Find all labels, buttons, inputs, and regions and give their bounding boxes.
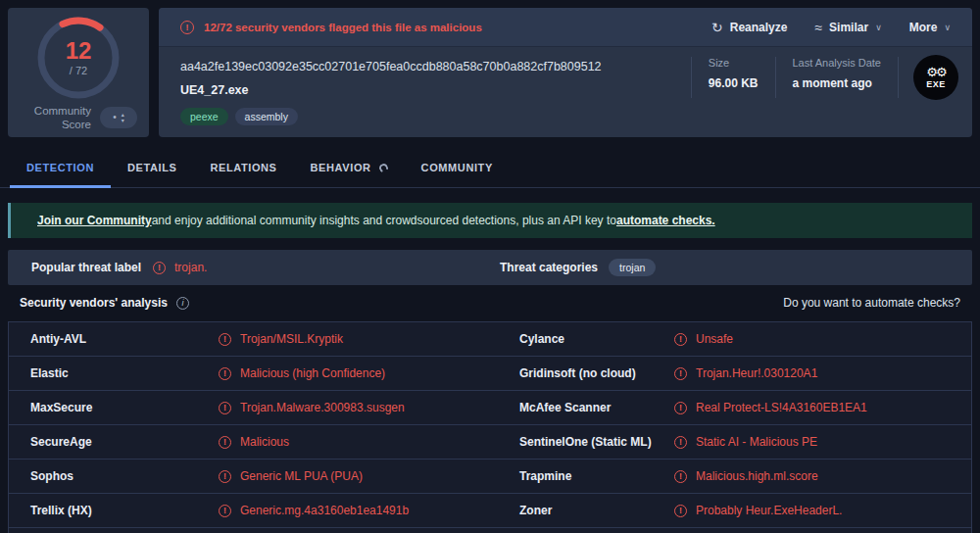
vote-down-icon[interactable]: ▾ [122,118,124,123]
more-button[interactable]: More ∨ [909,21,951,34]
analysis-header: Security vendors' analysis i Do you want… [8,296,972,310]
community-score-card: 12 / 72 Community Score • ▴▾ [8,8,149,137]
detection-result: ! Malicious.high.ml.score [674,469,818,483]
threat-label-value[interactable]: trojan. [174,261,207,274]
automate-checks-link[interactable]: automate checks. [616,214,715,227]
tab-bar: DETECTIONDETAILSRELATIONSBEHAVIORCOMMUNI… [0,150,980,188]
file-header-card: ! 12/72 security vendors flagged this fi… [159,8,972,137]
last-analysis-label: Last Analysis Date [793,57,882,69]
table-row: Elastic ! Malicious (high Confidence) Gr… [9,357,971,391]
alert-icon: ! [180,21,194,34]
similar-label: Similar [829,21,868,34]
tab-details[interactable]: DETAILS [111,150,193,188]
vendor-name: Trellix (HX) [30,504,219,517]
detection-result: ! Unsafe [674,332,733,346]
file-tag-peexe[interactable]: peexe [180,108,228,125]
chevron-down-icon: ∨ [944,23,951,32]
score-total: / 72 [70,65,87,76]
category-pill-trojan[interactable]: trojan [609,259,656,276]
alert-icon: ! [219,470,231,483]
vendor-name: Cylance [519,332,674,346]
vendor-name: MaxSecure [30,401,219,414]
detection-result: ! Trojan.Malware.300983.susgen [219,401,405,414]
loading-spinner-icon [377,162,389,173]
malicious-alert-banner: ! 12/72 security vendors flagged this fi… [159,8,972,47]
info-icon[interactable]: i [176,297,189,310]
similar-icon: ≈ [814,20,822,35]
vote-widget[interactable]: • ▴▾ [100,107,137,128]
detection-result: ! Generic.mg.4a3160eb1ea1491b [219,504,409,517]
table-row: Trellix (HX) ! Generic.mg.4a3160eb1ea149… [9,494,971,528]
popular-threat-label-title: Popular threat label [31,261,141,274]
table-row: Sophos ! Generic ML PUA (PUA) Trapmine !… [9,460,971,494]
tab-detection[interactable]: DETECTION [10,150,111,188]
size-block: Size 96.00 KB [692,55,775,90]
vendor-name: SentinelOne (Static ML) [519,435,674,449]
size-value: 96.00 KB [709,76,759,90]
reanalyze-button[interactable]: ↻ Reanalyze [711,20,787,35]
detection-result: ! Malicious (high Confidence) [219,366,385,380]
vendors-table: Antiy-AVL ! Trojan/MSIL.Kryptik Cylance … [8,321,972,533]
alert-icon: ! [674,402,687,414]
vote-dot-icon: • [113,113,117,122]
vendor-name: Elastic [30,366,219,380]
alert-icon: ! [219,436,231,449]
gear-icon: ⚙⚙ [926,66,945,78]
detection-result: ! Static AI - Malicious PE [674,435,817,449]
detection-result: ! Trojan.Heur!.030120A1 [674,366,817,380]
alert-icon: ! [674,436,687,449]
similar-button[interactable]: ≈ Similar ∨ [814,20,881,35]
automate-checks-question-link[interactable]: Do you want to automate checks? [783,296,960,310]
chevron-down-icon: ∨ [875,23,882,32]
threat-label-card: Popular threat label ! trojan. Threat ca… [8,250,972,285]
tab-label: DETECTION [26,162,94,173]
table-row: MaxSecure ! Trojan.Malware.300983.susgen… [9,391,971,425]
threat-categories: trojan [609,259,656,276]
detection-result: ! Generic ML PUA (PUA) [219,469,363,483]
vendor-name: McAfee Scanner [519,401,674,414]
tab-label: COMMUNITY [421,162,493,173]
alert-icon: ! [219,367,231,380]
size-label: Size [709,57,759,69]
alert-icon: ! [219,402,231,414]
threat-categories-title: Threat categories [500,261,598,274]
last-analysis-value: a moment ago [793,76,882,90]
community-banner: Join our Community and enjoy additional … [8,203,972,238]
vote-arrows-icon[interactable]: ▴▾ [122,112,124,123]
analysis-title: Security vendors' analysis [20,296,168,310]
join-community-link[interactable]: Join our Community [37,214,152,227]
last-analysis-block: Last Analysis Date a moment ago [776,55,899,90]
alert-message: 12/72 security vendors flagged this file… [204,22,482,33]
alert-icon: ! [674,505,687,517]
alert-icon: ! [674,470,687,483]
divider [898,57,899,98]
more-label: More [909,21,938,34]
banner-text: and enjoy additional community insights … [152,214,616,227]
file-tag-assembly[interactable]: assembly [235,108,298,125]
exe-badge-label: EXE [926,79,946,89]
alert-icon: ! [674,333,687,346]
file-info-section: aa4a2fe139ec03092e35cc02701e705fea0ccdb8… [159,47,972,137]
file-meta: Size 96.00 KB Last Analysis Date a momen… [691,55,958,100]
file-tags: peexeassembly [180,108,951,125]
tab-label: RELATIONS [210,162,276,173]
vendor-name: Zoner [519,504,674,517]
tab-community[interactable]: COMMUNITY [405,150,510,188]
alert-icon: ! [153,262,166,274]
alert-icon: ! [219,505,231,517]
file-type-exe-icon: ⚙⚙ EXE [913,55,958,100]
detection-result: ! Malicious [219,435,289,449]
vendor-name: Gridinsoft (no cloud) [519,366,674,380]
score-ring: 12 / 72 [35,15,122,101]
table-row-partial [9,528,971,533]
vendor-name: Sophos [30,469,219,483]
vendor-name: Trapmine [519,469,674,483]
alert-icon: ! [674,367,687,380]
score-value: 12 [66,39,92,63]
community-score-label: Community Score [20,104,91,131]
table-row: Antiy-AVL ! Trojan/MSIL.Kryptik Cylance … [9,322,971,357]
reanalyze-label: Reanalyze [730,21,788,34]
table-row: SecureAge ! Malicious SentinelOne (Stati… [9,425,971,460]
tab-behavior[interactable]: BEHAVIOR [294,150,405,188]
tab-relations[interactable]: RELATIONS [193,150,293,188]
